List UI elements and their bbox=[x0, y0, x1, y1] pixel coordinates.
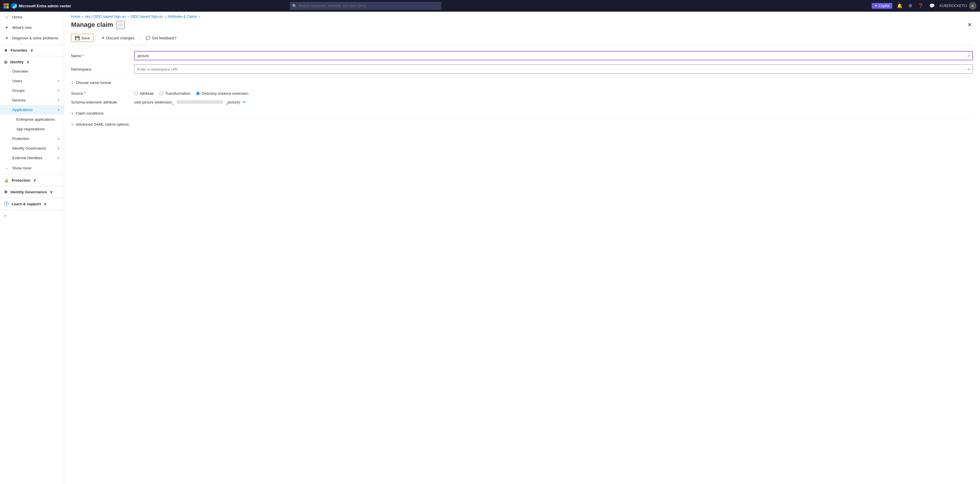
source-directory-schema-radio[interactable] bbox=[196, 91, 200, 95]
breadcrumb-sep-3: › bbox=[165, 14, 166, 19]
source-label: Source * bbox=[71, 91, 129, 96]
sidebar-item-home[interactable]: ⌂ Home bbox=[0, 12, 64, 22]
user-menu[interactable]: KUBEROCKETCI K bbox=[940, 2, 977, 10]
sidebar-item-users[interactable]: Users ∨ bbox=[0, 76, 64, 86]
divider-2 bbox=[0, 56, 64, 56]
sidebar-item-protection[interactable]: Protection ∨ bbox=[0, 134, 64, 144]
toolbar: 💾 Save ✕ Discard changes 💬 Got feedback? bbox=[71, 34, 973, 45]
sidebar-section-favorites[interactable]: ★ Favorites ∨ bbox=[0, 46, 64, 55]
namespace-label: Namespace bbox=[71, 67, 129, 72]
show-more-icon: ··· bbox=[4, 165, 10, 171]
copilot-button[interactable]: ✦ Copilot bbox=[872, 3, 892, 9]
topbar: Microsoft Entra admin center 🔍 ✦ Copilot… bbox=[0, 0, 980, 12]
breadcrumb-oidc[interactable]: OIDC-based Sign-on bbox=[130, 14, 163, 19]
sidebar-section-protection2[interactable]: 🔒 Protection ∨ bbox=[0, 176, 64, 185]
sidebar-item-overview[interactable]: Overview bbox=[0, 67, 64, 76]
ms-logo-grid bbox=[3, 3, 9, 8]
source-attribute-radio[interactable] bbox=[134, 91, 138, 95]
source-transformation-radio[interactable] bbox=[159, 91, 163, 95]
choose-name-format-row[interactable]: ∨ Choose name format bbox=[71, 78, 973, 87]
search-input[interactable] bbox=[290, 2, 441, 10]
schema-edit-icon[interactable]: ✏ bbox=[243, 100, 246, 104]
schema-extension-value: user.picture (extension_ _picture) ✏ bbox=[134, 100, 246, 104]
breadcrumb: Home › eks | OIDC-based Sign-on › OIDC-b… bbox=[64, 12, 980, 21]
feedback-icon: 💬 bbox=[145, 35, 150, 40]
whats-new-icon: ✦ bbox=[4, 25, 10, 30]
page-content: Manage claim ··· ✕ 💾 Save ✕ Discard chan… bbox=[64, 21, 980, 484]
name-input[interactable] bbox=[134, 51, 973, 60]
advanced-saml-row[interactable]: ∨ Advanced SAML claims options bbox=[71, 120, 973, 129]
sidebar-item-groups[interactable]: Groups ∨ bbox=[0, 86, 64, 95]
toolbar-separator-1 bbox=[95, 35, 96, 41]
topbar-actions: ✦ Copilot 🔔 ⚙ ❓ 💬 KUBEROCKETCI K bbox=[872, 2, 977, 10]
advanced-saml-chevron: ∨ bbox=[71, 123, 73, 126]
ms-logo bbox=[3, 3, 9, 8]
home-icon: ⌂ bbox=[4, 14, 10, 19]
learn-support-chevron-icon: ∧ bbox=[44, 202, 47, 206]
sidebar: ⌂ Home ✦ What's new ✦ Diagnose & solve p… bbox=[0, 12, 64, 484]
name-row: Name * ✓ bbox=[71, 51, 973, 60]
devices-chevron-icon: ∨ bbox=[57, 98, 60, 102]
identity-icon: ◎ bbox=[4, 60, 7, 64]
sidebar-item-whats-new[interactable]: ✦ What's new bbox=[0, 22, 64, 33]
sidebar-collapse-button[interactable]: « bbox=[0, 211, 64, 220]
choose-name-format-chevron: ∨ bbox=[71, 81, 73, 85]
sidebar-item-show-more[interactable]: ··· Show more bbox=[0, 163, 64, 173]
schema-extension-redacted bbox=[177, 100, 223, 104]
discard-button[interactable]: ✕ Discard changes bbox=[98, 34, 138, 42]
schema-extension-label: Schema extension attribute bbox=[71, 100, 129, 104]
sidebar-item-external-identities[interactable]: External Identities ∨ bbox=[0, 153, 64, 163]
help-button[interactable]: ❓ bbox=[917, 3, 925, 9]
more-options-button[interactable]: ··· bbox=[116, 21, 125, 29]
breadcrumb-attributes[interactable]: Attributes & Claims bbox=[167, 14, 197, 19]
learn-support-icon: ? bbox=[4, 201, 9, 206]
main-content: Home › eks | OIDC-based Sign-on › OIDC-b… bbox=[64, 12, 980, 484]
protection2-icon: 🔒 bbox=[4, 178, 9, 182]
collapse-icon: « bbox=[4, 213, 6, 218]
notifications-button[interactable]: 🔔 bbox=[896, 3, 904, 9]
source-attribute-option[interactable]: Attribute bbox=[134, 91, 154, 96]
sidebar-item-diagnose[interactable]: ✦ Diagnose & solve problems bbox=[0, 33, 64, 43]
protection2-chevron-icon: ∨ bbox=[33, 178, 36, 182]
sidebar-item-app-registrations[interactable]: App registrations bbox=[0, 124, 64, 134]
close-button[interactable]: ✕ bbox=[966, 21, 973, 29]
name-label: Name * bbox=[71, 54, 129, 58]
identity-governance2-chevron-icon: ∨ bbox=[50, 190, 53, 194]
external-identities-chevron-icon: ∨ bbox=[57, 156, 60, 160]
settings-button[interactable]: ⚙ bbox=[907, 3, 913, 9]
save-button[interactable]: 💾 Save bbox=[71, 34, 94, 42]
save-icon: 💾 bbox=[75, 35, 80, 40]
name-input-wrapper: ✓ bbox=[134, 51, 973, 60]
breadcrumb-eks[interactable]: eks | OIDC-based Sign-on bbox=[85, 14, 126, 19]
sidebar-item-applications[interactable]: Applications ∧ bbox=[0, 105, 64, 115]
breadcrumb-sep-2: › bbox=[127, 14, 129, 19]
sidebar-item-identity-governance[interactable]: Identity Governance ∨ bbox=[0, 144, 64, 153]
schema-extension-row: Schema extension attribute user.picture … bbox=[71, 100, 973, 104]
sidebar-item-devices[interactable]: Devices ∨ bbox=[0, 95, 64, 105]
identity-chevron-icon: ∧ bbox=[27, 60, 29, 64]
breadcrumb-home[interactable]: Home bbox=[71, 14, 80, 19]
sidebar-section-learn-support[interactable]: ? Learn & support ∧ bbox=[0, 199, 64, 208]
page-title-row: Manage claim ··· ✕ bbox=[71, 21, 973, 29]
claim-conditions-row[interactable]: ∨ Claim conditions bbox=[71, 109, 973, 118]
sidebar-section-identity-governance2[interactable]: ⚙ Identity Governance ∨ bbox=[0, 187, 64, 196]
breadcrumb-sep-1: › bbox=[82, 14, 83, 19]
divider-3 bbox=[0, 174, 64, 175]
source-transformation-option[interactable]: Transformation bbox=[159, 91, 190, 96]
namespace-input[interactable] bbox=[134, 64, 973, 74]
namespace-input-wrapper: ✓ bbox=[134, 64, 973, 74]
feedback-button[interactable]: 💬 Got feedback? bbox=[142, 34, 180, 42]
source-directory-schema-option[interactable]: Directory schema extension bbox=[196, 91, 248, 96]
source-radio-group: Attribute Transformation Directory schem… bbox=[134, 91, 248, 96]
search-icon: 🔍 bbox=[292, 4, 297, 8]
sidebar-item-enterprise-applications[interactable]: Enterprise applications bbox=[0, 115, 64, 124]
breadcrumb-sep-4: › bbox=[199, 14, 200, 19]
sidebar-section-identity[interactable]: ◎ Identity ∧ bbox=[0, 58, 64, 67]
form-section: Name * ✓ Namespace ✓ bbox=[71, 51, 973, 129]
layout: ⌂ Home ✦ What's new ✦ Diagnose & solve p… bbox=[0, 12, 980, 484]
favorites-chevron-icon: ∨ bbox=[30, 48, 33, 53]
users-chevron-icon: ∨ bbox=[57, 79, 60, 83]
search-container: 🔍 bbox=[290, 2, 441, 10]
diagnose-icon: ✦ bbox=[4, 35, 10, 40]
feedback-button[interactable]: 💬 bbox=[928, 3, 936, 9]
